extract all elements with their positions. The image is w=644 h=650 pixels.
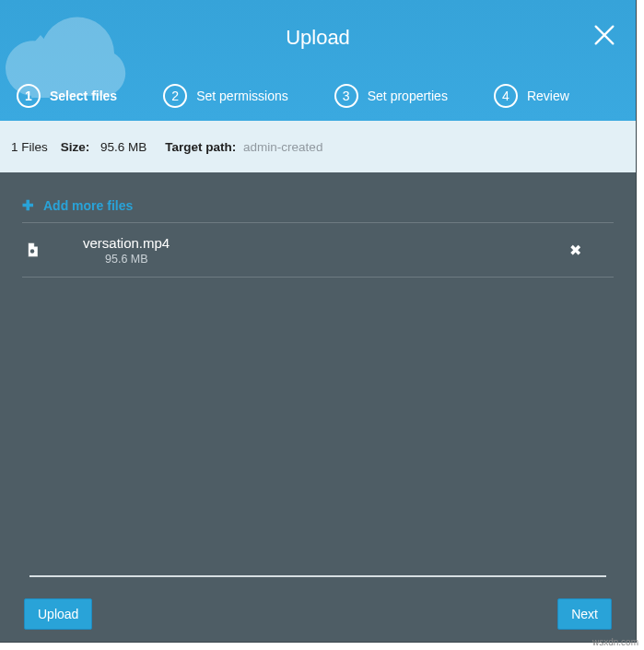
- plus-icon: ✚: [22, 197, 34, 214]
- target-path-value: admin-created: [243, 140, 322, 154]
- size-value: 95.6 MB: [100, 140, 146, 154]
- file-row: versation.mp4 95.6 MB ✖: [22, 223, 614, 277]
- target-path-label: Target path:: [165, 140, 236, 154]
- step-set-permissions[interactable]: 2 Set permissions: [163, 84, 288, 108]
- step-number-badge: 2: [163, 84, 187, 108]
- remove-file-button[interactable]: ✖: [562, 237, 588, 263]
- size-label: Size:: [61, 140, 90, 154]
- step-label: Set permissions: [196, 89, 288, 103]
- file-video-icon: [24, 242, 41, 258]
- step-number-badge: 1: [17, 84, 41, 108]
- next-button[interactable]: Next: [557, 598, 612, 630]
- file-size: 95.6 MB: [105, 253, 545, 266]
- close-button[interactable]: [591, 22, 617, 48]
- step-set-properties[interactable]: 3 Set properties: [334, 84, 448, 108]
- watermark: wsxdn.com: [592, 637, 638, 647]
- step-review[interactable]: 4 Review: [494, 84, 569, 108]
- step-label: Select files: [50, 89, 117, 103]
- add-more-files-button[interactable]: ✚ Add more files: [22, 189, 614, 222]
- step-select-files[interactable]: 1 Select files: [17, 84, 117, 108]
- progress-divider: [29, 575, 606, 577]
- file-info: versation.mp4 95.6 MB: [83, 235, 545, 266]
- files-count: 1 Files: [11, 140, 48, 154]
- svg-point-0: [30, 249, 35, 254]
- add-more-label: Add more files: [43, 198, 133, 213]
- modal-title: Upload: [0, 26, 636, 50]
- upload-button[interactable]: Upload: [24, 598, 92, 630]
- file-name: versation.mp4: [83, 235, 545, 251]
- modal-header: Upload 1 Select files 2 Set permissions …: [0, 0, 636, 121]
- remove-icon: ✖: [569, 242, 581, 259]
- close-icon: [591, 22, 617, 48]
- step-label: Set properties: [368, 89, 448, 103]
- step-number-badge: 3: [334, 84, 358, 108]
- wizard-steps: 1 Select files 2 Set permissions 3 Set p…: [0, 84, 636, 108]
- modal-footer: Upload Next: [0, 586, 636, 642]
- upload-modal: Upload 1 Select files 2 Set permissions …: [0, 0, 637, 643]
- step-number-badge: 4: [494, 84, 518, 108]
- file-meta-bar: 1 Files Size: 95.6 MB Target path: admin…: [0, 121, 636, 172]
- step-label: Review: [527, 89, 569, 103]
- file-list-panel: ✚ Add more files versation.mp4 95.6 MB ✖: [0, 172, 636, 586]
